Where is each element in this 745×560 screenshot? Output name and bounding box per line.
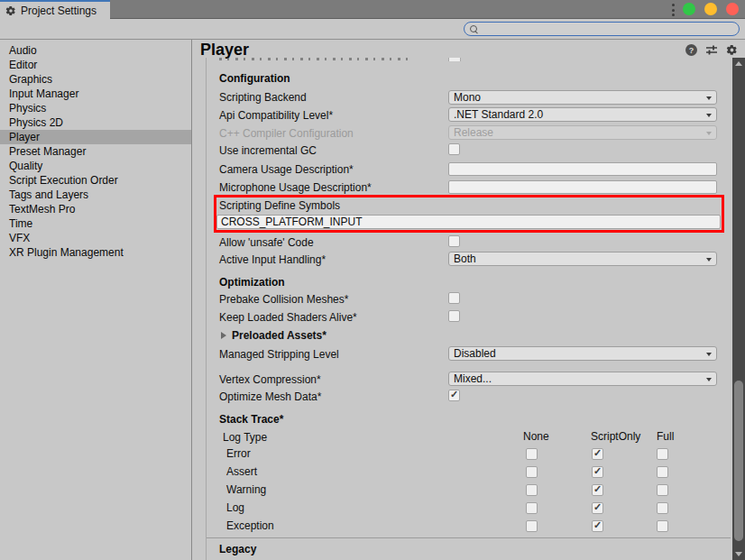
stacktrace-error-full-checkbox[interactable] [657,448,668,460]
stacktrace-warning-none-checkbox[interactable] [526,484,538,496]
chevron-down-icon [706,378,712,381]
camera-usage-label: Camera Usage Description* [219,163,354,176]
sidebar-item-xr-plugin-management[interactable]: XR Plugin Management [0,245,191,260]
sidebar-list: AudioEditorGraphicsInput ManagerPhysicsP… [0,43,191,260]
sidebar-item-tags-and-layers[interactable]: Tags and Layers [0,188,191,202]
gear-icon[interactable] [726,44,738,56]
scripting-define-symbols-label: Scripting Define Symbols [219,199,340,212]
tab-bar: Project Settings [0,0,745,19]
section-stack-trace: Stack Trace* [219,413,283,426]
stacktrace-row-label-assert: Assert [226,465,257,478]
sidebar-item-vfx[interactable]: VFX [0,231,191,245]
chevron-down-icon [706,353,712,356]
microphone-usage-field[interactable] [448,180,717,194]
active-input-label: Active Input Handling* [219,253,326,266]
kebab-menu-icon[interactable] [670,4,676,16]
stacktrace-column-none: None [523,430,549,443]
page-title: Player [200,41,249,60]
stacktrace-assert-scriptonly-checkbox[interactable] [592,466,603,478]
sidebar-item-quality[interactable]: Quality [0,159,191,173]
sidebar-item-textmesh-pro[interactable]: TextMesh Pro [0,202,191,216]
prebake-checkbox[interactable] [448,292,460,304]
sidebar-item-script-execution-order[interactable]: Script Execution Order [0,173,191,188]
sidebar-item-physics-2d[interactable]: Physics 2D [0,115,191,130]
traffic-light-red[interactable] [726,3,739,15]
sidebar-item-editor[interactable]: Editor [0,58,191,72]
incremental-gc-label: Use incremental GC [219,144,317,157]
stacktrace-row-label-warning: Warning [226,483,266,496]
vertex-compression-dropdown[interactable]: Mixed... [448,372,717,386]
chevron-down-icon [706,132,712,135]
scripting-define-symbols-field[interactable]: CROSS_PLATFORM_INPUT [216,215,721,229]
scripting-backend-dropdown[interactable]: Mono [448,90,717,105]
chevron-down-icon [706,258,712,262]
vertex-compression-label: Vertex Compression* [219,373,321,386]
stacktrace-warning-scriptonly-checkbox[interactable] [592,484,603,496]
presets-icon[interactable] [705,44,718,56]
incremental-gc-checkbox[interactable] [448,143,460,155]
cpp-compiler-value: Release [454,126,493,139]
sidebar-item-graphics[interactable]: Graphics [0,72,191,87]
sidebar-item-preset-manager[interactable]: Preset Manager [0,144,191,159]
stacktrace-log-scriptonly-checkbox[interactable] [592,502,603,514]
vertical-scrollbar[interactable] [732,58,745,560]
active-input-dropdown[interactable]: Both [448,252,717,266]
api-compatibility-value: .NET Standard 2.0 [454,108,543,121]
stacktrace-assert-none-checkbox[interactable] [526,466,538,478]
keep-shaders-label: Keep Loaded Shaders Alive* [219,311,357,324]
preloaded-assets-label[interactable]: Preloaded Assets* [232,329,327,342]
stacktrace-exception-full-checkbox[interactable] [657,520,668,532]
clipped-checkbox-remnant [448,58,461,61]
stacktrace-warning-full-checkbox[interactable] [657,484,668,496]
stacktrace-row-label-error: Error [226,447,251,460]
toolbar [0,19,745,40]
section-configuration: Configuration [219,72,290,85]
project-settings-window: Project Settings AudioEditorGraphicsInpu… [0,0,745,560]
traffic-light-yellow[interactable] [704,3,717,15]
pane-divider[interactable] [191,40,192,560]
section-legacy: Legacy [219,543,256,555]
stacktrace-exception-scriptonly-checkbox[interactable] [592,520,603,532]
microphone-usage-label: Microphone Usage Description* [219,181,372,194]
stripping-label: Managed Stripping Level [219,348,339,361]
stacktrace-log-none-checkbox[interactable] [526,502,538,514]
stacktrace-error-scriptonly-checkbox[interactable] [592,448,603,460]
active-input-value: Both [454,252,476,265]
prebake-label: Prebake Collision Meshes* [219,293,348,306]
stacktrace-error-none-checkbox[interactable] [526,448,538,460]
search-icon [470,25,478,33]
sidebar-item-physics[interactable]: Physics [0,101,191,115]
log-type-label: Log Type [223,431,267,444]
chevron-down-icon [706,96,712,100]
api-compatibility-dropdown[interactable]: .NET Standard 2.0 [448,107,717,122]
traffic-light-green[interactable] [683,3,695,15]
stacktrace-exception-none-checkbox[interactable] [526,520,538,532]
stacktrace-assert-full-checkbox[interactable] [657,466,668,478]
sidebar: AudioEditorGraphicsInput ManagerPhysicsP… [0,40,191,560]
search-box[interactable] [464,22,740,36]
sidebar-item-input-manager[interactable]: Input Manager [0,87,191,101]
stacktrace-log-full-checkbox[interactable] [657,502,668,514]
search-input[interactable] [478,23,733,34]
clipped-row-remnant [219,58,413,60]
camera-usage-field[interactable] [448,162,717,176]
section-optimization: Optimization [219,276,285,289]
optimize-mesh-checkbox[interactable] [448,390,460,401]
allow-unsafe-checkbox[interactable] [448,235,460,247]
sidebar-item-player[interactable]: Player [0,130,191,144]
vertex-compression-value: Mixed... [454,372,492,385]
scrollbar-thumb[interactable] [734,381,743,541]
cpp-compiler-dropdown: Release [448,125,717,140]
keep-shaders-checkbox[interactable] [448,310,460,322]
foldout-arrow-icon[interactable] [221,332,226,339]
stripping-dropdown[interactable]: Disabled [448,346,717,361]
help-icon[interactable]: ? [685,44,697,56]
stacktrace-column-full: Full [657,430,674,443]
scroll-up-icon[interactable] [735,61,742,66]
scroll-down-icon[interactable] [735,552,742,556]
content-left-border [206,58,207,560]
sidebar-item-audio[interactable]: Audio [0,43,191,58]
tab-title: Project Settings [21,5,97,17]
sidebar-item-time[interactable]: Time [0,216,191,231]
tab-project-settings[interactable]: Project Settings [0,0,110,19]
